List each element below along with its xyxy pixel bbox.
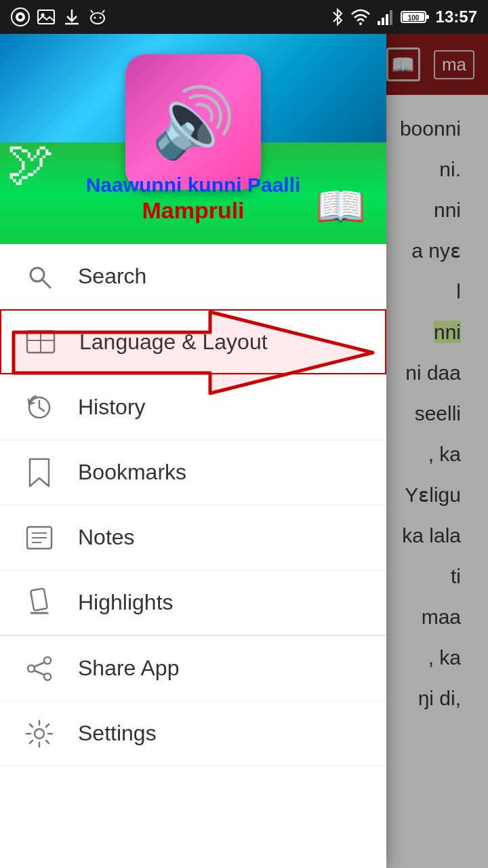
svg-line-37 [35,671,44,675]
svg-rect-14 [382,18,384,25]
app-icon [11,7,30,26]
svg-point-12 [359,22,362,25]
svg-point-7 [91,13,104,24]
settings-icon [20,715,58,752]
search-icon [20,258,58,295]
overlay-dim[interactable] [386,34,488,868]
bluetooth-icon [330,7,345,26]
svg-line-8 [91,10,93,13]
svg-text:100: 100 [407,14,419,22]
svg-point-38 [35,729,44,738]
notes-icon [20,519,58,556]
menu-history-label: History [78,395,146,420]
menu-item-bookmarks[interactable]: Bookmarks [0,440,386,505]
menu-settings-label: Settings [78,721,157,746]
svg-point-2 [18,15,22,19]
signal-icon [376,7,395,26]
app-icon-box: 🔊 [125,54,261,190]
menu-bookmarks-label: Bookmarks [78,460,186,485]
svg-line-36 [35,663,44,667]
menu-item-highlights[interactable]: Highlights [0,570,386,635]
menu-share-label: Share App [78,656,179,681]
highlight-icon [20,584,58,621]
svg-line-9 [102,10,104,13]
status-right-icons: 100 13:57 [330,7,477,26]
language-layout-icon [22,323,59,361]
speaker-icon: 🔊 [151,88,236,156]
svg-rect-16 [390,10,392,25]
svg-point-10 [94,17,96,19]
image-icon [37,7,56,26]
svg-rect-19 [426,15,429,19]
android-icon [88,7,107,26]
share-icon [20,650,58,687]
navigation-drawer: 🔊 🕊 📖 Naawunni kunni Paalli Mampruli [0,34,386,868]
svg-rect-3 [38,10,54,24]
menu-item-search[interactable]: Search [0,244,386,309]
svg-line-22 [42,279,50,288]
wifi-icon [350,7,371,26]
svg-rect-13 [378,21,380,25]
banner-title-2: Mampruli [0,197,386,224]
battery-icon: 100 [401,9,430,25]
status-time: 13:57 [436,7,477,26]
menu-item-share[interactable]: Share App [0,636,386,701]
menu-search-label: Search [78,264,146,289]
menu-item-notes[interactable]: Notes [0,505,386,570]
svg-rect-15 [386,14,388,25]
history-icon [20,389,58,426]
status-left-icons [11,7,107,26]
menu-highlights-label: Highlights [78,590,174,615]
menu-language-layout-label: Language & Layout [79,330,268,355]
drawer-banner: 🔊 🕊 📖 Naawunni kunni Paalli Mampruli [0,34,386,244]
drawer-overlay[interactable]: 🔊 🕊 📖 Naawunni kunni Paalli Mampruli [0,34,488,868]
svg-point-34 [28,665,35,672]
svg-point-11 [100,17,102,19]
menu-notes-label: Notes [78,525,135,550]
banner-title-1: Naawunni kunni Paalli [0,174,386,197]
svg-point-33 [44,657,51,664]
drawer-menu: Search Language & Layout [0,244,386,868]
status-bar: 100 13:57 [0,0,488,34]
svg-rect-31 [30,588,47,610]
svg-point-35 [44,673,51,680]
bookmark-icon [20,454,58,491]
menu-item-history[interactable]: History [0,375,386,440]
menu-item-language-layout[interactable]: Language & Layout [0,309,386,374]
menu-item-settings[interactable]: Settings [0,701,386,766]
download-icon [62,7,81,26]
